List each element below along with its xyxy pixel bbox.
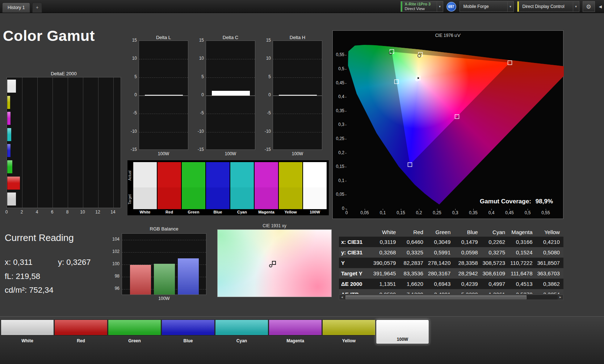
display-control-dropdown[interactable]: Direct Display Control ▾ (517, 1, 579, 12)
rgb-y-tick-label: 96 (115, 286, 119, 291)
display-control-label: Direct Display Control (519, 4, 573, 9)
table-row: Y390,057982,2837278,142028,3358308,57231… (339, 258, 563, 268)
chevron-down-icon[interactable]: ▾ (437, 1, 443, 12)
swatch-actual (255, 162, 278, 187)
table-value: 83,3536 (399, 270, 427, 276)
cie1976-y-tick (345, 195, 347, 195)
meter-name: X-Rite i1Pro 3 (405, 2, 435, 7)
reading-y-value: 0,3267 (66, 258, 91, 267)
patch-label: Red (54, 338, 108, 343)
swatch-target (279, 187, 302, 209)
delta-h-y-tick-label: -10 (261, 129, 271, 134)
swatch-actual (230, 162, 254, 187)
column-header-magenta: Magenta (509, 229, 536, 235)
table-value: 0,0599 (372, 291, 399, 294)
table-value: 278,1420 (427, 260, 454, 266)
table-value: 0,4210 (536, 239, 563, 245)
patch-button-blue[interactable]: Blue (162, 319, 215, 347)
patch-label: Yellow (322, 338, 376, 343)
cie1976-y-tick-label: 0,15 (334, 164, 344, 169)
deltae-x-tick-label: 2 (17, 209, 26, 215)
cie1976-chromaticity-diagram (347, 41, 564, 209)
patch-button-red[interactable]: Red (54, 319, 108, 347)
source-device-label: Mobile Forge (460, 4, 507, 9)
meter-dropdown[interactable]: X-Rite i1Pro 3 Direct View ▾ (400, 1, 443, 12)
cie1976-x-tick (546, 209, 546, 210)
cie1976-x-tick-label: 0,45 (503, 210, 516, 215)
settings-button[interactable]: ⚙ (583, 1, 595, 12)
chevron-down-icon[interactable]: ▾ (573, 1, 579, 12)
table-value: 363,6703 (536, 270, 563, 276)
add-tab-icon: + (36, 5, 38, 10)
table-value: 0,5080 (536, 249, 563, 255)
add-tab-button[interactable]: + (32, 3, 42, 13)
patch-button-100w[interactable]: 100W (376, 319, 429, 347)
table-scrollbar[interactable]: ◄ ► (339, 295, 563, 300)
delta-l-y-tick-label: 10 (127, 56, 137, 61)
rgb-ylabels: 1041021009896 (109, 233, 120, 295)
swatch-label: White (133, 209, 157, 215)
swatch-target (206, 187, 230, 209)
chart-delta-l: Delta L151050-5-10-15100W (127, 35, 188, 160)
delta-c-gridline (206, 132, 255, 132)
source-dropdown[interactable]: Mobile Forge ▾ (460, 1, 514, 12)
swatch-target (158, 187, 181, 209)
deltae-x-tick-label: 14 (109, 209, 117, 215)
patch-button-green[interactable]: Green (108, 319, 161, 347)
cie1976-y-tick-label: 0,45 (334, 80, 344, 85)
reading-cdm2-value: 752,34 (29, 285, 53, 295)
patch-button-white[interactable]: White (1, 319, 54, 347)
patch-button-magenta[interactable]: Magenta (269, 319, 322, 347)
gear-icon: ⚙ (586, 3, 591, 10)
scrollbar-thumb[interactable] (345, 295, 527, 299)
chevron-down-icon[interactable]: ▾ (507, 1, 513, 12)
table-value: 2,5270 (509, 291, 536, 294)
scroll-left-icon[interactable]: ◄ (339, 295, 345, 300)
cie1976-x-tick (401, 209, 401, 210)
column-header-cyan: Cyan (482, 229, 509, 235)
deltae-bar-cyan (7, 128, 11, 141)
deltae-bar-magenta (7, 112, 11, 125)
delta-c-bar (212, 91, 250, 96)
deltae-x-tick-label: 10 (78, 209, 87, 215)
history-tab[interactable]: History 1 (2, 3, 30, 13)
delta-c-plot (206, 41, 255, 150)
patch-button-cyan[interactable]: Cyan (215, 319, 268, 347)
swatch-column-cyan: Cyan (230, 162, 254, 215)
patch-button-yellow[interactable]: Yellow (322, 319, 376, 347)
deltae-gridline (98, 77, 98, 208)
deltae-xlabels: 02468101214 (7, 209, 121, 215)
rgb-gridline (122, 240, 206, 240)
table-value: 308,6109 (482, 270, 509, 276)
table-value: 308,5723 (482, 260, 509, 266)
table-value: 0,3325 (399, 249, 427, 255)
cie1976-y-tick (345, 55, 347, 55)
cie1931-panel: CIE 1931 xy (217, 223, 332, 298)
table-value: 391,9645 (372, 270, 399, 276)
gamut-coverage-label: Gamut Coverage: (480, 198, 531, 205)
table-value: 5,3288 (454, 291, 481, 294)
gamut-coverage-value: 98,9% (536, 198, 553, 205)
patch-swatch (1, 319, 54, 335)
swatch-column-green: Green (182, 162, 205, 215)
deltae-bar-100w (7, 192, 16, 206)
cie1976-title: CIE 1976 u'v' (333, 33, 563, 38)
swatch-label: Blue (206, 209, 230, 215)
cie1976-y-tick (345, 97, 347, 97)
deltae-bar-red (7, 177, 20, 190)
swatch-label: 100W (303, 209, 327, 215)
gamut-coverage: Gamut Coverage: 98,9% (480, 198, 553, 205)
table-value: 82,2837 (399, 260, 427, 266)
patch-swatch (162, 319, 215, 335)
delta-c-gridline (206, 114, 255, 114)
delta-c-y-tick-label: -10 (194, 129, 204, 134)
deltae-gridline (37, 77, 38, 208)
delta-h-title: Delta H (273, 35, 322, 40)
deltae-bar-white (7, 80, 16, 93)
collapse-panel-arrow-icon[interactable]: ◀ (598, 4, 603, 9)
delta-c-y-tick-label: -15 (194, 147, 204, 152)
swatch-target (230, 187, 254, 209)
table-value: 1,6620 (399, 281, 427, 287)
scroll-right-icon[interactable]: ► (558, 295, 563, 300)
cie1931-title: CIE 1931 xy (217, 223, 332, 228)
